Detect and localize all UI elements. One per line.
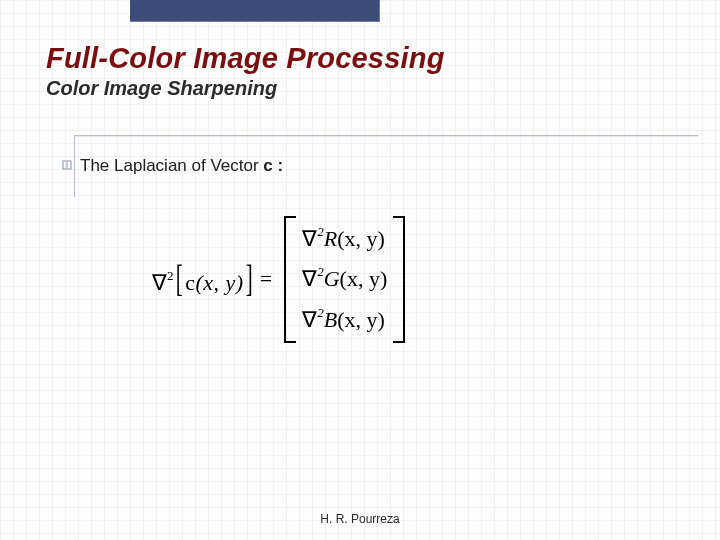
args-b: (x, y) — [337, 307, 385, 332]
slide-footer: H. R. Pourreza — [0, 512, 720, 526]
lead-vector: c : — [263, 156, 283, 175]
nabla-superscript: 2 — [317, 224, 324, 239]
args-r: (x, y) — [337, 226, 385, 251]
left-bracket-icon: [ — [176, 264, 183, 292]
matrix-row-g: ∇2G(x, y) — [302, 266, 387, 292]
fn-r: R — [324, 226, 337, 251]
bullet-icon — [62, 160, 72, 170]
nabla-symbol: ∇ — [302, 267, 317, 292]
nabla-symbol: ∇ — [302, 307, 317, 332]
matrix-row-r: ∇2R(x, y) — [302, 226, 387, 252]
fn-g: G — [324, 267, 340, 292]
nabla-symbol: ∇ — [152, 270, 167, 295]
header-divider — [74, 135, 698, 136]
lhs: ∇2 [ c(x, y) ] — [152, 263, 250, 296]
nabla-superscript: 2 — [167, 268, 174, 283]
fn-b: B — [324, 307, 337, 332]
slide-accent-bar — [130, 0, 380, 22]
nabla-superscript: 2 — [317, 305, 324, 320]
nabla-superscript: 2 — [317, 264, 324, 279]
args-g: (x, y) — [340, 267, 388, 292]
author-name: H. R. Pourreza — [320, 512, 399, 526]
slide-title: Full-Color Image Processing — [46, 42, 690, 75]
lead-sentence: The Laplacian of Vector c : — [80, 156, 283, 176]
laplacian-formula: ∇2 [ c(x, y) ] = ∇2R(x, y) ∇2G(x, y) ∇2B… — [152, 216, 572, 343]
matrix-right-bracket-icon — [395, 216, 407, 343]
divider-tick — [74, 135, 75, 197]
lhs-inner: c(x, y) — [185, 270, 243, 295]
slide-header: Full-Color Image Processing Color Image … — [46, 42, 690, 100]
lhs-c: c — [185, 270, 195, 295]
slide-subtitle: Color Image Sharpening — [46, 77, 690, 100]
matrix-row-b: ∇2B(x, y) — [302, 307, 387, 333]
equals-sign: = — [256, 266, 276, 292]
rhs-matrix: ∇2R(x, y) ∇2G(x, y) ∇2B(x, y) — [282, 216, 407, 343]
matrix-column: ∇2R(x, y) ∇2G(x, y) ∇2B(x, y) — [294, 216, 395, 343]
right-bracket-icon: ] — [246, 264, 253, 292]
matrix-left-bracket-icon — [282, 216, 294, 343]
lead-text: The Laplacian of Vector — [80, 156, 263, 175]
lhs-args: (x, y) — [195, 270, 243, 295]
nabla-symbol: ∇ — [302, 226, 317, 251]
